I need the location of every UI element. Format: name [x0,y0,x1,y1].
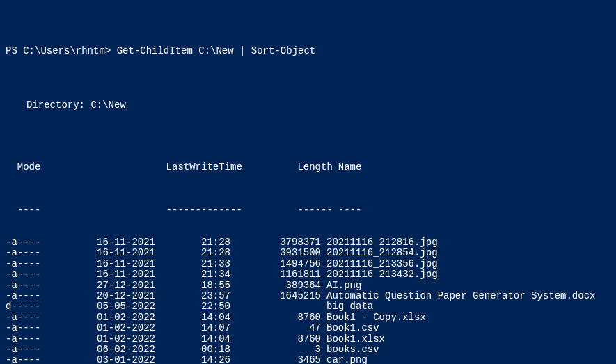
cell-time: 21:34 [155,269,230,280]
cell-time: 23:57 [155,291,230,301]
cell-name: big data [321,301,373,312]
header-length: Length [242,162,333,173]
directory-path: Directory: C:\New [6,100,610,111]
table-row: -a----20-12-202123:571645215Automatic Qu… [6,291,610,301]
cell-mode: -a---- [6,269,75,280]
file-listing: -a----16-11-202121:28379837120211116_212… [6,237,610,364]
cell-name: car.png [321,355,368,364]
cell-time: 22:50 [155,301,230,312]
cell-mode: -a---- [6,259,75,269]
cell-date: 27-12-2021 [75,280,155,291]
cell-date: 05-05-2022 [75,301,155,312]
cell-name: 20211116_213356.jpg [321,259,438,269]
cell-date: 01-02-2022 [75,334,155,345]
cell-length: 3465 [230,355,321,364]
header-name: Name [333,162,362,173]
cell-mode: -a---- [6,345,75,355]
cell-mode: -a---- [6,237,75,248]
cell-name: Automatic Question Paper Generator Syste… [321,291,595,301]
cell-name: 20211116_212854.jpg [321,248,438,258]
cell-mode: -a---- [6,280,75,291]
cell-date: 16-11-2021 [75,248,155,258]
table-row: -a----27-12-202118:55389364AI.png [6,280,610,291]
cell-name: Book1.csv [321,323,379,333]
cell-length: 47 [230,323,321,333]
table-row: -a----06-02-202200:183books.csv [6,345,610,355]
table-row: -a----16-11-202121:33149475620211116_213… [6,259,610,269]
table-row: -a----03-01-202214:263465car.png [6,355,610,364]
table-row: -a----16-11-202121:28379837120211116_212… [6,237,610,248]
cell-mode: -a---- [6,334,75,345]
cell-name: 20211116_213432.jpg [321,269,438,280]
cell-mode: -a---- [6,248,75,258]
cell-date: 16-11-2021 [75,237,155,248]
cell-length: 389364 [230,280,321,291]
sep-length: ------ [242,205,333,216]
cell-length: 3798371 [230,237,321,248]
cell-length: 1161811 [230,269,321,280]
cell-time: 14:04 [155,312,230,323]
cell-time: 14:04 [155,334,230,345]
cell-length: 3 [230,345,321,355]
cell-name: Book1 - Copy.xlsx [321,312,426,323]
cell-name: Book1.xlsx [321,334,385,345]
command-prompt[interactable]: PS C:\Users\rhntm> Get-ChildItem C:\New … [6,46,610,56]
table-row: -a----01-02-202214:048760Book1 - Copy.xl… [6,312,610,323]
cell-time: 14:26 [155,355,230,364]
cell-length: 8760 [230,334,321,345]
cell-date: 01-02-2022 [75,323,155,333]
cell-date: 20-12-2021 [75,291,155,301]
header-mode: Mode [17,162,87,173]
table-row: d-----05-05-202222:50big data [6,301,610,312]
cell-name: books.csv [321,345,379,355]
cell-mode: -a---- [6,312,75,323]
table-separator: --------------------------- [6,194,610,216]
cell-length: 1494756 [230,259,321,269]
cell-mode: -a---- [6,291,75,301]
cell-date: 16-11-2021 [75,259,155,269]
cell-time: 21:28 [155,248,230,258]
cell-date: 16-11-2021 [75,269,155,280]
cell-mode: -a---- [6,323,75,333]
cell-time: 21:28 [155,237,230,248]
cell-length: 3931500 [230,248,321,258]
cell-date: 01-02-2022 [75,312,155,323]
sep-mode: ---- [17,205,87,216]
table-row: -a----01-02-202214:0747Book1.csv [6,323,610,333]
table-row: -a----16-11-202121:28393150020211116_212… [6,248,610,258]
cell-time: 00:18 [155,345,230,355]
table-header: ModeLastWriteTimeLengthName [6,152,610,173]
sep-lastwritetime: ------------- [87,205,242,216]
cell-name: 20211116_212816.jpg [321,237,438,248]
cell-length: 8760 [230,312,321,323]
cell-time: 21:33 [155,259,230,269]
cell-time: 14:07 [155,323,230,333]
table-row: -a----01-02-202214:048760Book1.xlsx [6,334,610,345]
header-lastwritetime: LastWriteTime [87,162,242,173]
cell-date: 03-01-2022 [75,355,155,364]
table-row: -a----16-11-202121:34116181120211116_213… [6,269,610,280]
cell-length: 1645215 [230,291,321,301]
cell-name: AI.png [321,280,361,291]
cell-mode: -a---- [6,355,75,364]
cell-mode: d----- [6,301,75,312]
cell-date: 06-02-2022 [75,345,155,355]
cell-time: 18:55 [155,280,230,291]
sep-name: ---- [333,205,362,216]
